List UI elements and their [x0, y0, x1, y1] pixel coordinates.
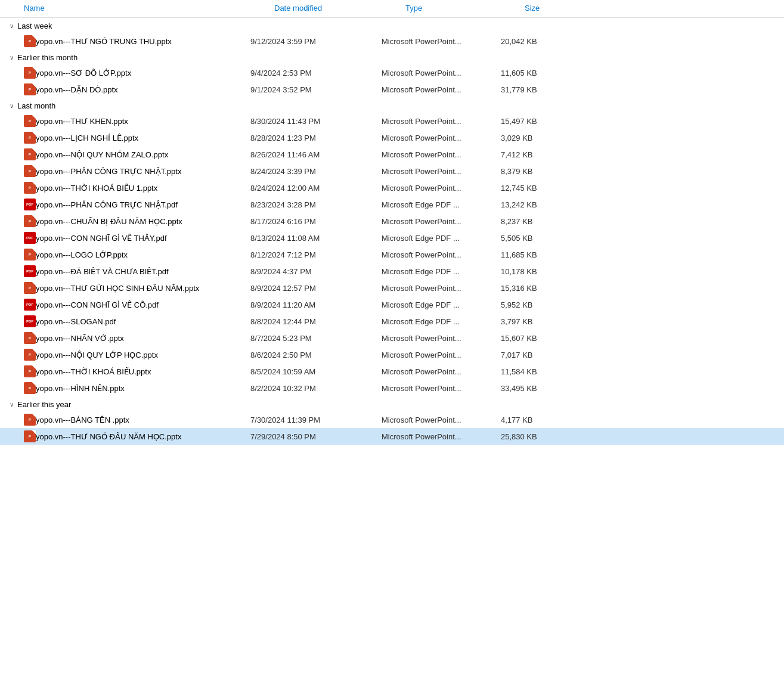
file-date: 8/24/2024 3:39 PM	[250, 165, 382, 178]
file-size: 11,584 KB	[501, 365, 572, 379]
file-name-cell: PDF yopo.vn---PHÂN CÔNG TRỰC NHẬT.pdf	[0, 199, 250, 210]
file-date: 8/23/2024 3:28 PM	[250, 198, 382, 212]
table-row[interactable]: PDF yopo.vn---CON NGHĨ GÌ VỀ THẦY.pdf 8/…	[0, 230, 784, 246]
file-name-cell: P yopo.vn---THƯ GỬI HỌC SINH ĐẦU NĂM.ppt…	[0, 282, 250, 294]
group-header-earlier-this-year[interactable]: ∨Earlier this year	[0, 396, 784, 411]
pptx-icon: P	[24, 83, 36, 95]
file-name-cell: PDF yopo.vn---ĐÃ BIẾT VÀ CHƯA BIẾT.pdf	[0, 265, 250, 277]
table-row[interactable]: P yopo.vn---DẶN DÒ.pptx 9/1/2024 3:52 PM…	[0, 81, 784, 98]
pptx-icon: P	[24, 382, 36, 394]
file-name: yopo.vn---THƯ NGỎ TRUNG THU.pptx	[36, 37, 172, 46]
file-date: 8/30/2024 11:43 PM	[250, 114, 382, 128]
file-type: Microsoft PowerPoint...	[382, 165, 501, 178]
file-name: yopo.vn---LỊCH NGHỈ LỄ.pptx	[36, 134, 138, 142]
pptx-icon: P	[24, 282, 36, 294]
file-name: yopo.vn---CHUẨN BỊ ĐẦU NĂM HỌC.pptx	[36, 217, 182, 226]
file-name-cell: PDF yopo.vn---SLOGAN.pdf	[0, 315, 250, 327]
chevron-down-icon: ∨	[10, 54, 14, 61]
pptx-icon: P	[24, 414, 36, 426]
file-date: 8/9/2024 11:20 AM	[250, 298, 382, 312]
table-row[interactable]: PDF yopo.vn---PHÂN CÔNG TRỰC NHẬT.pdf 8/…	[0, 196, 784, 213]
file-size: 15,316 KB	[501, 281, 572, 295]
file-size: 10,178 KB	[501, 265, 572, 278]
table-row[interactable]: P yopo.vn---THƯ NGỎ ĐẦU NĂM HỌC.pptx 7/2…	[0, 428, 784, 445]
file-date: 8/12/2024 7:12 PM	[250, 248, 382, 262]
file-name-cell: P yopo.vn---SƠ ĐỒ LỚP.pptx	[0, 67, 250, 79]
pptx-icon: P	[24, 165, 36, 177]
pptx-icon: P	[24, 349, 36, 361]
group-label: Earlier this month	[17, 53, 78, 62]
column-type[interactable]: Type	[405, 1, 525, 15]
group-label: Last month	[17, 101, 55, 110]
group-label: Last week	[17, 21, 52, 30]
table-row[interactable]: P yopo.vn---CHUẨN BỊ ĐẦU NĂM HỌC.pptx 8/…	[0, 213, 784, 230]
file-date: 8/9/2024 12:57 PM	[250, 281, 382, 295]
file-date: 8/9/2024 4:37 PM	[250, 265, 382, 278]
file-name-cell: P yopo.vn---THỜI KHOÁ BIỂU 1.pptx	[0, 182, 250, 194]
table-row[interactable]: P yopo.vn---SƠ ĐỒ LỚP.pptx 9/4/2024 2:53…	[0, 64, 784, 81]
pptx-icon: P	[24, 249, 36, 261]
file-name-cell: P yopo.vn---NHÃN VỞ.pptx	[0, 332, 250, 344]
table-row[interactable]: PDF yopo.vn---SLOGAN.pdf 8/8/2024 12:44 …	[0, 313, 784, 330]
file-type: Microsoft PowerPoint...	[382, 131, 501, 145]
file-name-cell: P yopo.vn---CHUẨN BỊ ĐẦU NĂM HỌC.pptx	[0, 215, 250, 227]
file-size: 13,242 KB	[501, 198, 572, 212]
table-row[interactable]: PDF yopo.vn---ĐÃ BIẾT VÀ CHƯA BIẾT.pdf 8…	[0, 263, 784, 280]
pptx-icon: P	[24, 67, 36, 79]
file-name: yopo.vn---SƠ ĐỒ LỚP.pptx	[36, 69, 131, 77]
file-size: 3,029 KB	[501, 131, 572, 145]
file-name: yopo.vn---CON NGHĨ GÌ VỀ CÔ.pdf	[36, 300, 159, 309]
table-row[interactable]: PDF yopo.vn---CON NGHĨ GÌ VỀ CÔ.pdf 8/9/…	[0, 296, 784, 313]
table-row[interactable]: P yopo.vn---THƯ KHEN.pptx 8/30/2024 11:4…	[0, 113, 784, 129]
file-size: 5,505 KB	[501, 231, 572, 245]
table-row[interactable]: P yopo.vn---NỘI QUY NHÓM ZALO.pptx 8/26/…	[0, 146, 784, 163]
pptx-icon: P	[24, 430, 36, 442]
file-size: 15,497 KB	[501, 114, 572, 128]
column-name[interactable]: Name	[24, 1, 274, 15]
file-size: 25,830 KB	[501, 430, 572, 444]
file-name-cell: P yopo.vn---THƯ NGỎ TRUNG THU.pptx	[0, 35, 250, 47]
table-row[interactable]: P yopo.vn---NHÃN VỞ.pptx 8/7/2024 5:23 P…	[0, 330, 784, 346]
pdf-icon: PDF	[24, 315, 36, 327]
table-row[interactable]: P yopo.vn---LOGO LỚP.pptx 8/12/2024 7:12…	[0, 246, 784, 263]
file-date: 8/5/2024 10:59 AM	[250, 365, 382, 379]
column-headers: Name Date modified Type Size	[0, 0, 784, 18]
file-type: Microsoft PowerPoint...	[382, 430, 501, 444]
pptx-icon: P	[24, 215, 36, 227]
table-row[interactable]: P yopo.vn---PHÂN CÔNG TRỰC NHẬT.pptx 8/2…	[0, 163, 784, 179]
file-name: yopo.vn---DẶN DÒ.pptx	[36, 85, 118, 94]
file-name: yopo.vn---NHÃN VỞ.pptx	[36, 334, 124, 343]
file-date: 7/30/2024 11:39 PM	[250, 413, 382, 427]
group-header-earlier-this-month[interactable]: ∨Earlier this month	[0, 49, 784, 64]
file-date: 8/17/2024 6:16 PM	[250, 215, 382, 228]
file-name: yopo.vn---SLOGAN.pdf	[36, 317, 116, 326]
table-row[interactable]: P yopo.vn---HÌNH NỀN.pptx 8/2/2024 10:32…	[0, 380, 784, 396]
file-size: 31,779 KB	[501, 83, 572, 97]
pdf-icon: PDF	[24, 265, 36, 277]
file-date: 8/24/2024 12:00 AM	[250, 181, 382, 195]
group-header-last-month[interactable]: ∨Last month	[0, 98, 784, 113]
table-row[interactable]: P yopo.vn---LỊCH NGHỈ LỄ.pptx 8/28/2024 …	[0, 129, 784, 146]
file-type: Microsoft PowerPoint...	[382, 365, 501, 379]
table-row[interactable]: P yopo.vn---THƯ NGỎ TRUNG THU.pptx 9/12/…	[0, 33, 784, 49]
file-name: yopo.vn---LOGO LỚP.pptx	[36, 250, 128, 259]
pptx-icon: P	[24, 365, 36, 377]
table-row[interactable]: P yopo.vn---THỜI KHOÁ BIỂU.pptx 8/5/2024…	[0, 363, 784, 380]
column-size[interactable]: Size	[525, 1, 596, 15]
group-header-last-week[interactable]: ∨Last week	[0, 18, 784, 33]
file-size: 15,607 KB	[501, 331, 572, 345]
file-name: yopo.vn---THỜI KHOÁ BIỂU 1.pptx	[36, 184, 157, 193]
chevron-down-icon: ∨	[10, 23, 14, 29]
file-size: 11,685 KB	[501, 248, 572, 262]
file-size: 3,797 KB	[501, 315, 572, 328]
table-row[interactable]: P yopo.vn---BẢNG TÊN .pptx 7/30/2024 11:…	[0, 411, 784, 428]
table-row[interactable]: P yopo.vn---NỘI QUY LỚP HỌC.pptx 8/6/202…	[0, 346, 784, 363]
file-name-cell: P yopo.vn---THỜI KHOÁ BIỂU.pptx	[0, 365, 250, 377]
file-name-cell: P yopo.vn---LỊCH NGHỈ LỄ.pptx	[0, 132, 250, 144]
file-type: Microsoft PowerPoint...	[382, 83, 501, 97]
file-type: Microsoft PowerPoint...	[382, 281, 501, 295]
file-name-cell: P yopo.vn---THƯ KHEN.pptx	[0, 115, 250, 127]
table-row[interactable]: P yopo.vn---THƯ GỬI HỌC SINH ĐẦU NĂM.ppt…	[0, 280, 784, 296]
column-date-modified[interactable]: Date modified	[274, 1, 405, 15]
table-row[interactable]: P yopo.vn---THỜI KHOÁ BIỂU 1.pptx 8/24/2…	[0, 179, 784, 196]
